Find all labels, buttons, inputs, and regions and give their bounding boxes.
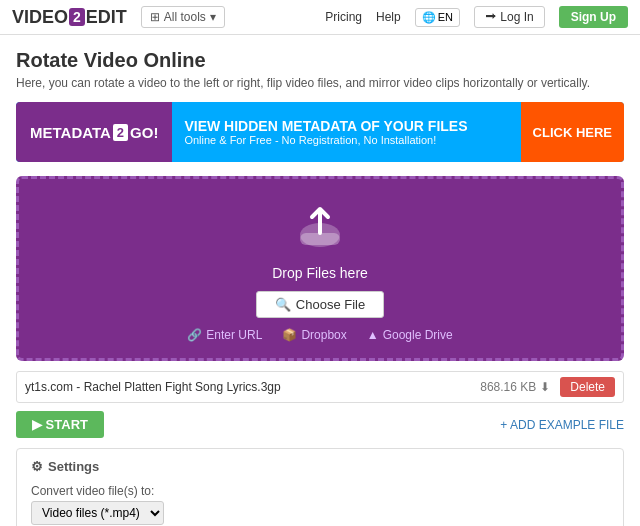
delete-button[interactable]: Delete <box>560 377 615 397</box>
settings-box: ⚙ Settings Convert video file(s) to: Vid… <box>16 448 624 526</box>
logo-edit: EDIT <box>86 7 127 28</box>
upload-cloud-icon <box>292 201 348 257</box>
download-icon: ⬇ <box>540 380 550 394</box>
ad-banner: METADATA 2 GO! VIEW HIDDEN METADATA OF Y… <box>16 102 624 162</box>
ad-title: VIEW HIDDEN METADATA OF YOUR FILES <box>184 118 508 134</box>
page-title: Rotate Video Online <box>16 49 624 72</box>
start-button-top[interactable]: ▶ START <box>16 411 104 438</box>
drop-files-text: Drop Files here <box>39 265 601 281</box>
start-row: ▶ START + ADD EXAMPLE FILE <box>16 411 624 438</box>
page-description: Here, you can rotate a video to the left… <box>16 76 624 90</box>
ad-brand: METADATA 2 GO! <box>16 102 172 162</box>
pricing-link[interactable]: Pricing <box>325 10 362 24</box>
grid-icon: ⊞ <box>150 10 160 24</box>
upload-zone[interactable]: Drop Files here 🔍 Choose File 🔗 Enter UR… <box>16 176 624 361</box>
login-icon: ⮕ <box>485 10 497 24</box>
convert-field: Convert video file(s) to: Video files (*… <box>31 484 609 525</box>
dropbox-icon: 📦 <box>282 328 297 342</box>
language-selector[interactable]: 🌐 EN <box>415 8 460 27</box>
google-drive-link[interactable]: ▲ Google Drive <box>367 328 453 342</box>
logo-2: 2 <box>69 8 85 26</box>
link-icon: 🔗 <box>187 328 202 342</box>
settings-title: ⚙ Settings <box>31 459 609 474</box>
logo[interactable]: VIDEO 2 EDIT <box>12 7 127 28</box>
convert-select[interactable]: Video files (*.mp4)Audio files (*.mp3)GI… <box>31 501 164 525</box>
ad-cta-button[interactable]: CLICK HERE <box>521 102 624 162</box>
file-name: yt1s.com - Rachel Platten Fight Song Lyr… <box>25 380 480 394</box>
search-icon: 🔍 <box>275 297 291 312</box>
login-button[interactable]: ⮕ Log In <box>474 6 545 28</box>
header-nav: Pricing Help 🌐 EN ⮕ Log In Sign Up <box>325 6 628 28</box>
tools-label: All tools <box>164 10 206 24</box>
all-tools-dropdown[interactable]: ⊞ All tools ▾ <box>141 6 225 28</box>
header: VIDEO 2 EDIT ⊞ All tools ▾ Pricing Help … <box>0 0 640 35</box>
upload-links: 🔗 Enter URL 📦 Dropbox ▲ Google Drive <box>39 328 601 342</box>
lang-label: EN <box>438 11 453 23</box>
ad-subtitle: Online & For Free - No Registration, No … <box>184 134 508 146</box>
ad-content: VIEW HIDDEN METADATA OF YOUR FILES Onlin… <box>172 112 520 152</box>
logo-video: VIDEO <box>12 7 68 28</box>
add-example-link[interactable]: + ADD EXAMPLE FILE <box>500 418 624 432</box>
file-row: yt1s.com - Rachel Platten Fight Song Lyr… <box>16 371 624 403</box>
signup-button[interactable]: Sign Up <box>559 6 628 28</box>
svg-rect-1 <box>300 233 340 245</box>
globe-icon: 🌐 <box>422 11 436 24</box>
enter-url-link[interactable]: 🔗 Enter URL <box>187 328 262 342</box>
dropbox-link[interactable]: 📦 Dropbox <box>282 328 346 342</box>
choose-file-button[interactable]: 🔍 Choose File <box>256 291 384 318</box>
chevron-down-icon: ▾ <box>210 10 216 24</box>
main-content: Rotate Video Online Here, you can rotate… <box>0 35 640 526</box>
help-link[interactable]: Help <box>376 10 401 24</box>
file-size: 868.16 KB ⬇ <box>480 380 550 394</box>
convert-label: Convert video file(s) to: <box>31 484 609 498</box>
gdrive-icon: ▲ <box>367 328 379 342</box>
gear-icon: ⚙ <box>31 459 43 474</box>
